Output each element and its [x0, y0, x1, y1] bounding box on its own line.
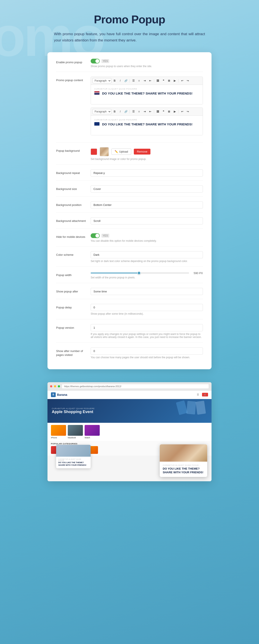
link-btn-1[interactable]: 🔗	[124, 78, 128, 83]
hide-mobile-toggle[interactable]	[91, 233, 100, 238]
ol-btn-1[interactable]: ≡	[136, 78, 141, 83]
small-popup-sub: CURABITUR ALIQUET QUAM POSUE...	[58, 458, 88, 462]
content-row: Promo popup content Paragraph B I 🔗 ☰ ≡	[56, 76, 203, 142]
bg-position-label: Background position	[56, 201, 91, 207]
bg-helper: Set background image or color for promo …	[91, 158, 203, 160]
hide-mobile-slider	[91, 233, 100, 238]
show-after-input[interactable]	[91, 288, 203, 295]
browser-url: https://themes.getbootstrap.com/product/…	[62, 384, 209, 389]
ul-btn-1[interactable]: ☰	[131, 78, 136, 83]
editor1-main: DO YOU LIKE THE THEME? SHARE WITH YOUR F…	[102, 91, 192, 96]
upload-icon: ✏️	[114, 150, 118, 153]
image-btn-2[interactable]: 🖼	[156, 109, 160, 114]
bg-label: Popup background	[56, 147, 91, 153]
popup-image-bg	[160, 444, 207, 462]
ul-btn-2[interactable]: ☰	[131, 109, 136, 114]
popup-width-content: 590 PX Set width of the promo popup in p…	[91, 272, 203, 279]
table-btn-1[interactable]: ⊞	[166, 78, 171, 83]
page-title: Promo Popup	[54, 13, 205, 26]
hide-mobile-content: YES You can disable this option for mobi…	[91, 233, 203, 242]
link-btn-2[interactable]: 🔗	[124, 109, 128, 114]
bg-row: Popup background ✏️ Upload Remove Set ba…	[56, 147, 203, 165]
bg-position-input[interactable]	[91, 201, 203, 208]
popup-width-value: 590 PX	[192, 272, 203, 275]
image-btn-1[interactable]: 🖼	[156, 78, 160, 83]
outdent-btn-1[interactable]: ⇤	[148, 78, 152, 83]
enable-toggle[interactable]	[91, 59, 100, 64]
show-pages-input[interactable]	[91, 348, 203, 354]
store-nav: ☰ 🛒	[196, 393, 208, 396]
product-name-3: Watch	[84, 436, 100, 439]
indent-btn-1[interactable]: ⇥	[142, 78, 147, 83]
divider-6	[178, 110, 178, 113]
remove-button[interactable]: Remove	[134, 149, 150, 154]
bg-repeat-row: Background repeat	[56, 170, 203, 181]
popup-width-row: Popup width 590 PX Set width of the prom…	[56, 272, 203, 283]
popup-version-input[interactable]	[91, 324, 203, 331]
editor2-main: DO YOU LIKE THE THEME? SHARE WITH YOUR F…	[102, 122, 192, 126]
color-scheme-input[interactable]	[91, 251, 203, 258]
bg-size-row: Background size	[56, 186, 203, 196]
bg-repeat-input[interactable]	[91, 170, 203, 176]
product-card-1: iPhone	[51, 425, 66, 439]
products-grid: iPhone MacBook Watch	[51, 425, 208, 439]
bg-attachment-content	[91, 217, 203, 224]
quote-btn-2[interactable]: ❝	[161, 109, 166, 114]
paragraph-select-1[interactable]: Paragraph	[92, 78, 111, 83]
editor-content-1[interactable]: CURABITUR ALIQUET QUAM POSUERE DO YOU LI…	[91, 85, 203, 104]
hero-tag: CURABITUR ALIQUET QUAM POSUERE	[52, 408, 95, 410]
show-after-row: Show popup after	[56, 288, 203, 299]
paragraph-select-2[interactable]: Paragraph	[92, 109, 111, 114]
table-btn-2[interactable]: ⊞	[166, 109, 171, 114]
browser-dot-yellow	[54, 385, 56, 388]
hero-shapes	[178, 401, 205, 414]
undo-btn-1[interactable]: ↩	[180, 78, 184, 83]
small-popup-body: CURABITUR ALIQUET QUAM POSUE... DO YOU L…	[56, 457, 91, 468]
divider-4	[130, 110, 130, 113]
bg-size-input[interactable]	[91, 186, 203, 192]
bg-attachment-row: Background attachment	[56, 217, 203, 228]
remove-label: Remove	[137, 150, 147, 153]
editor1-sub: CURABITUR ALIQUET QUAM POSUERE	[94, 88, 199, 90]
italic-btn-1[interactable]: I	[118, 78, 122, 83]
redo-btn-2[interactable]: ↪	[186, 109, 190, 114]
ol-btn-2[interactable]: ≡	[136, 109, 141, 114]
upload-button[interactable]: ✏️ Upload	[111, 148, 131, 155]
popup-version-helper: If you apply any changes to your popup s…	[91, 332, 203, 338]
bg-size-content	[91, 186, 203, 192]
hero-text: CURABITUR ALIQUET QUAM POSUERE Apple Sho…	[52, 408, 95, 414]
bold-btn-2[interactable]: B	[112, 109, 117, 114]
redo-btn-1[interactable]: ↪	[186, 78, 190, 83]
bold-btn-1[interactable]: B	[112, 78, 117, 83]
logo-icon: B	[51, 392, 56, 397]
media-btn-1[interactable]: ▶	[172, 78, 177, 83]
undo-btn-2[interactable]: ↩	[180, 109, 184, 114]
quote-btn-1[interactable]: ❝	[161, 78, 166, 83]
media-btn-2[interactable]: ▶	[172, 109, 177, 114]
nav-item-1: ☰	[196, 393, 200, 396]
outdent-btn-2[interactable]: ⇤	[148, 109, 152, 114]
bg-color-swatch[interactable]	[91, 148, 97, 155]
popup-width-slider[interactable]	[91, 272, 189, 274]
divider-1	[130, 79, 130, 82]
toggle-yes-label: YES	[102, 59, 109, 63]
bg-attachment-input[interactable]	[91, 217, 203, 224]
popup-width-helper: Set width of the promo popup in pixels.	[91, 276, 203, 279]
browser-dot-red	[50, 385, 52, 388]
popup-delay-content: Show popup after some time (in milliseco…	[91, 304, 203, 315]
editor-content-2[interactable]: CURABITUR ALIQUET QUAM POSUERE DO YOU LI…	[91, 116, 203, 135]
browser-bar: https://themes.getbootstrap.com/product/…	[48, 382, 212, 391]
hide-mobile-row: Hide for mobile devices YES You can disa…	[56, 233, 203, 246]
editor-block-1: Paragraph B I 🔗 ☰ ≡ ⇥ ⇤ 🖼 ❝ ⊞	[91, 76, 203, 104]
store-products: iPhone MacBook Watch	[48, 423, 212, 441]
content-label: Promo popup content	[56, 76, 91, 82]
italic-btn-2[interactable]: I	[118, 109, 122, 114]
indent-btn-2[interactable]: ⇥	[142, 109, 147, 114]
preview-section: https://themes.getbootstrap.com/product/…	[48, 382, 212, 481]
page-description: With promo popup feature, you have full …	[54, 31, 205, 44]
popup-delay-input[interactable]	[91, 304, 203, 311]
product-card-2: MacBook	[68, 425, 83, 439]
popup-body: CURABITUR ALIQUET QUAM POSUE... DO YOU L…	[160, 462, 207, 477]
hero-shape-1	[176, 400, 188, 415]
hide-mobile-yes: YES	[102, 234, 109, 238]
